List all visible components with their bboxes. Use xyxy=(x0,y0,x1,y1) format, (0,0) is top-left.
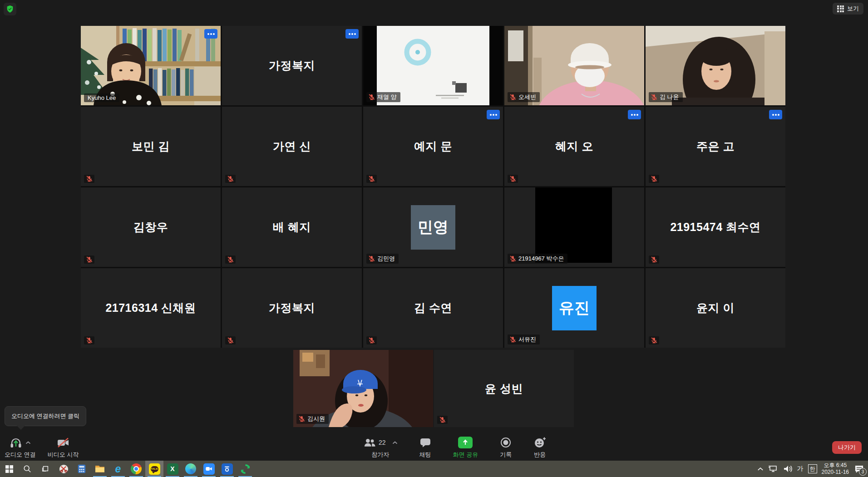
taskbar-app-excel[interactable]: X xyxy=(163,461,182,477)
participant-tile-osebin[interactable]: 오세빈 xyxy=(504,26,644,105)
participant-name: 배 혜지 xyxy=(222,187,362,267)
video-off-icon xyxy=(56,437,70,448)
chat-icon xyxy=(419,437,431,448)
notification-count-badge: 3 xyxy=(859,468,867,476)
ime-language-indicator[interactable]: 한 xyxy=(808,464,817,473)
taskbar-app-edge[interactable] xyxy=(182,461,200,477)
taskbar-app-internet-explorer[interactable]: e xyxy=(109,461,127,477)
participant-tile-nayoon[interactable]: 김 나윤 xyxy=(646,26,785,105)
network-icon[interactable] xyxy=(768,465,778,473)
taskbar-app-kakaotalk[interactable]: TALK xyxy=(145,461,163,477)
muted-indicator xyxy=(225,175,236,183)
security-shield-icon[interactable] xyxy=(4,3,16,15)
taskbar-app-snipping-tool[interactable] xyxy=(54,461,73,477)
excel-icon: X xyxy=(167,463,178,475)
start-video-button[interactable]: 비디오 시작 xyxy=(48,433,79,459)
system-tray: 가 한 오후 6:45 2020-11-16 3 xyxy=(757,461,868,477)
participants-icon xyxy=(363,437,376,448)
participant-tile[interactable]: 김 수연 xyxy=(363,268,503,348)
muted-indicator xyxy=(84,336,94,344)
headphones-icon xyxy=(9,437,23,448)
mic-muted-icon xyxy=(368,94,375,100)
windows-taskbar: e TALK X xyxy=(0,461,868,477)
taskbar-app-file-explorer[interactable] xyxy=(91,461,109,477)
chevron-up-icon[interactable] xyxy=(25,441,31,444)
participant-name-tag: 21914967 박수은 xyxy=(508,254,567,264)
mic-muted-icon xyxy=(509,176,516,182)
muted-indicator xyxy=(84,256,94,264)
hancom-icon xyxy=(222,463,233,475)
participant-tile[interactable]: 윤 성빈 xyxy=(434,350,574,427)
participant-tile[interactable]: 주은 고 xyxy=(646,107,785,186)
tile-options-button[interactable] xyxy=(769,110,782,119)
taskbar-app-zoom[interactable] xyxy=(200,461,218,477)
video-grid: Kyuho Lee 가정복지 재열 양 xyxy=(81,26,785,348)
join-audio-label: 오디오 연결 xyxy=(5,451,36,459)
participant-tile[interactable]: 21716314 신채원 xyxy=(81,268,221,348)
chevron-up-icon[interactable] xyxy=(392,441,398,444)
participant-tile[interactable]: 가연 신 xyxy=(222,107,362,186)
participant-tile-siwon[interactable]: 김시원 xyxy=(293,350,433,427)
participant-tile-suueun[interactable]: 21914967 박수은 xyxy=(504,187,644,267)
mic-muted-icon xyxy=(509,336,516,343)
taskbar-clock[interactable]: 오후 6:45 2020-11-16 xyxy=(822,462,849,476)
mic-muted-icon xyxy=(86,256,93,263)
clock-date: 2020-11-16 xyxy=(822,469,849,476)
participant-name-tag: Kyuho Lee xyxy=(84,93,119,102)
participant-tile-minyoung[interactable]: 민영 김민영 xyxy=(363,187,503,267)
leave-meeting-button[interactable]: 나가기 xyxy=(832,441,862,454)
taskbar-app-hancom[interactable] xyxy=(218,461,236,477)
ime-mode-indicator[interactable]: 가 xyxy=(797,465,804,473)
video-grid-last-row: 김시원 윤 성빈 xyxy=(293,350,574,427)
meeting-toolbar: 오디오 연결 비디오 시작 xyxy=(0,433,868,461)
avatar: 유진 xyxy=(552,286,597,330)
participants-label: 참가자 xyxy=(371,451,389,459)
start-button[interactable] xyxy=(0,461,18,477)
participant-tile[interactable]: 배 혜지 xyxy=(222,187,362,267)
tile-options-button[interactable] xyxy=(345,29,359,39)
participant-tile-kyuho-lee[interactable]: Kyuho Lee xyxy=(81,26,221,105)
mic-muted-icon xyxy=(227,337,234,344)
task-view-button[interactable] xyxy=(36,461,54,477)
tile-options-button[interactable] xyxy=(628,110,641,119)
taskbar-app-calculator[interactable] xyxy=(73,461,91,477)
muted-indicator xyxy=(508,175,518,183)
reactions-button[interactable]: 반응 xyxy=(533,433,546,459)
tile-options-button[interactable] xyxy=(204,29,217,39)
share-screen-button[interactable]: 화면 공유 xyxy=(453,433,478,459)
record-button[interactable]: 기록 xyxy=(500,433,512,459)
participant-tile[interactable]: 윤지 이 xyxy=(646,268,785,348)
participant-tile[interactable]: 가정복지 xyxy=(222,26,362,105)
participant-tile[interactable]: 가정복지 xyxy=(222,268,362,348)
participants-button[interactable]: 22 참가자 xyxy=(363,433,398,459)
participants-count: 22 xyxy=(379,439,386,446)
participant-name: 가정복지 xyxy=(222,268,362,348)
participant-name: 보민 김 xyxy=(81,107,221,186)
mic-muted-icon xyxy=(509,256,516,262)
mic-muted-icon xyxy=(86,337,93,344)
tray-chevron-up-icon[interactable] xyxy=(757,467,764,471)
participant-tile[interactable]: 김창우 xyxy=(81,187,221,267)
view-button[interactable]: 보기 xyxy=(833,3,863,15)
join-audio-button[interactable]: 오디오 연결 xyxy=(5,433,36,459)
muted-indicator xyxy=(225,256,236,264)
volume-icon[interactable] xyxy=(783,465,793,473)
participant-tile-jaeyeol[interactable]: 재열 양 xyxy=(363,26,503,105)
chat-button[interactable]: 채팅 xyxy=(419,433,431,459)
snipping-tool-icon xyxy=(58,463,69,475)
muted-indicator xyxy=(649,336,659,344)
participant-tile[interactable]: 보민 김 xyxy=(81,107,221,186)
chat-label: 채팅 xyxy=(419,451,431,459)
mic-muted-icon xyxy=(298,416,305,422)
participant-name-tag: 서유진 xyxy=(508,334,540,344)
participant-tile[interactable]: 21915474 최수연 xyxy=(646,187,785,267)
muted-indicator xyxy=(649,175,659,183)
taskbar-app-sync[interactable] xyxy=(236,461,254,477)
participant-tile[interactable]: 예지 문 xyxy=(363,107,503,186)
taskbar-app-chrome[interactable] xyxy=(127,461,145,477)
taskbar-search-button[interactable] xyxy=(18,461,36,477)
tile-options-button[interactable] xyxy=(487,110,500,119)
participant-tile[interactable]: 혜지 오 xyxy=(504,107,644,186)
participant-tile-yujin[interactable]: 유진 서유진 xyxy=(504,268,644,348)
action-center-button[interactable]: 3 xyxy=(853,463,864,474)
